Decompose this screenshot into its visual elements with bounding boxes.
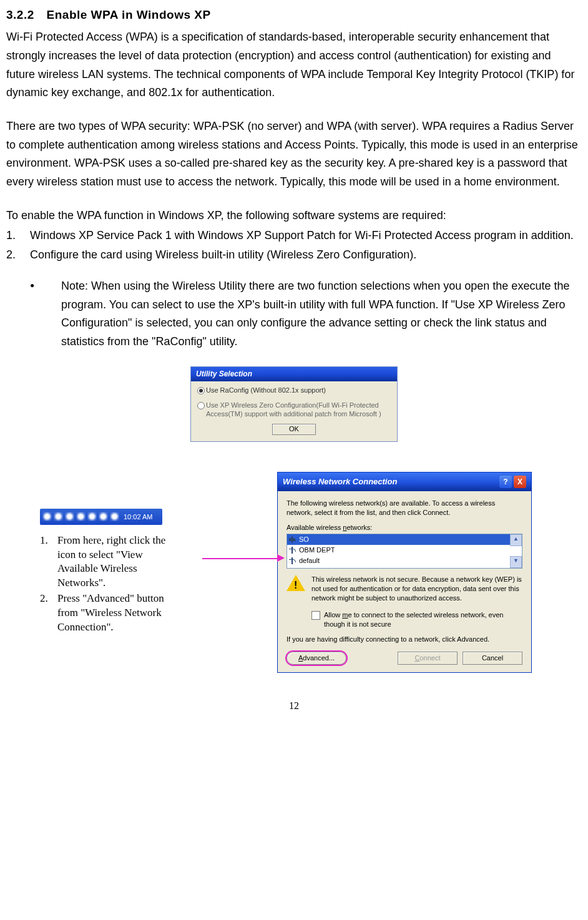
clock: 10:02 AM — [124, 511, 152, 522]
steps-list: 1. From here, right click the icon to se… — [40, 534, 184, 635]
requirements-intro: To enable the WPA function in Windows XP… — [6, 207, 582, 225]
advanced-button[interactable]: Advanced... — [287, 652, 346, 665]
tray-icon[interactable] — [110, 512, 119, 521]
page-number: 12 — [6, 698, 582, 714]
list-item: 1. Windows XP Service Pack 1 with Window… — [6, 227, 582, 245]
radio-icon — [197, 386, 206, 397]
tray-icon[interactable] — [65, 512, 74, 521]
bullet-icon: ● — [30, 277, 61, 351]
available-networks-label: Available wireless networks: — [287, 523, 522, 532]
utility-selection-dialog: Utility Selection Use RaConfig (Without … — [190, 366, 398, 442]
dialog-intro-text: The following wireless network(s) are av… — [287, 499, 522, 517]
allow-connect-checkbox[interactable]: Allow me to connect to the selected wire… — [311, 610, 522, 629]
ok-button[interactable]: OK — [272, 424, 316, 435]
arrow-annotation — [227, 553, 277, 565]
network-item[interactable]: OBM DEPT — [287, 545, 522, 555]
radio-option-raconfig[interactable]: Use RaConfig (Without 802.1x support) — [197, 386, 391, 397]
network-listbox[interactable]: SO OBM DEPT default ▲ ▼ — [287, 534, 522, 569]
wireless-network-connection-dialog: Wireless Network Connection ? X The foll… — [277, 472, 532, 673]
list-item: 2. Press "Advanced" button from "Wireles… — [40, 592, 184, 635]
note-text: Note: When using the Wireless Utility th… — [61, 277, 582, 351]
list-number: 1. — [6, 227, 26, 245]
difficulty-text: If you are having difficulty connecting … — [287, 635, 522, 644]
checkbox-label: Allow me to connect to the selected wire… — [324, 610, 522, 629]
checkbox-icon — [311, 611, 320, 620]
section-heading: 3.2.2 Enable WPA in Windows XP — [6, 5, 582, 24]
scroll-up-button[interactable]: ▲ — [510, 534, 522, 546]
help-button[interactable]: ? — [499, 476, 512, 488]
requirements-list: 1. Windows XP Service Pack 1 with Window… — [6, 227, 582, 265]
warning-text: This wireless network is not secure. Bec… — [311, 575, 522, 603]
tray-icon[interactable] — [54, 512, 63, 521]
antenna-icon — [289, 557, 296, 564]
intro-paragraph-1: Wi-Fi Protected Access (WPA) is a specif… — [6, 28, 582, 102]
antenna-icon — [289, 547, 296, 554]
tray-icon[interactable] — [99, 512, 108, 521]
section-number: 3.2.2 — [6, 5, 34, 24]
list-number: 2. — [6, 246, 26, 265]
list-number: 1. — [40, 534, 57, 591]
warning-icon: ! — [287, 575, 305, 591]
section-title: Enable WPA in Windows XP — [47, 8, 211, 21]
network-item-selected[interactable]: SO — [287, 534, 522, 545]
connect-button[interactable]: Connect — [398, 652, 458, 665]
cancel-button[interactable]: Cancel — [463, 652, 522, 665]
note-bullet: ● Note: When using the Wireless Utility … — [6, 277, 582, 351]
tray-icon[interactable] — [76, 512, 86, 521]
tray-icon[interactable] — [42, 512, 52, 521]
antenna-icon — [289, 536, 296, 543]
scroll-down-button[interactable]: ▼ — [510, 556, 522, 568]
dialog-titlebar: Wireless Network Connection ? X — [278, 472, 531, 491]
system-tray[interactable]: 10:02 AM — [40, 509, 162, 525]
dialog-title: Utility Selection — [191, 367, 397, 381]
radio-icon — [197, 401, 206, 412]
network-item[interactable]: default — [287, 555, 522, 566]
radio-option-xp-wzc[interactable]: Use XP Wireless Zero Configuration(Full … — [197, 401, 391, 419]
list-item: 1. From here, right click the icon to se… — [40, 534, 184, 591]
intro-paragraph-2: There are two types of WPA security: WPA… — [6, 117, 582, 192]
tray-icon[interactable] — [87, 512, 97, 521]
security-warning: ! This wireless network is not secure. B… — [287, 575, 522, 603]
radio-label: Use XP Wireless Zero Configuration(Full … — [206, 401, 391, 419]
dialog-title-text: Wireless Network Connection — [283, 476, 497, 487]
close-button[interactable]: X — [514, 476, 526, 488]
list-item: 2. Configure the card using Wireless bui… — [6, 246, 582, 265]
radio-label: Use RaConfig (Without 802.1x support) — [206, 386, 391, 395]
list-number: 2. — [40, 592, 57, 635]
